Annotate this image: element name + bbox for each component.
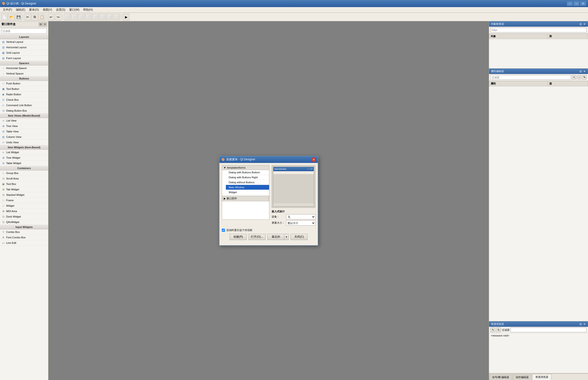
object-inspector-filter-input[interactable] bbox=[490, 28, 587, 32]
widget-item-radio-button[interactable]: ◉ Radio Button bbox=[0, 92, 48, 97]
property-editor-float-btn[interactable]: ⊟ bbox=[579, 70, 582, 73]
resource-browser-float-btn[interactable]: ⊟ bbox=[579, 323, 582, 326]
widget-item-tree-view[interactable]: ⊞ Tree View bbox=[0, 123, 48, 129]
menu-window[interactable]: 窗口(W) bbox=[67, 7, 81, 12]
template-list[interactable]: Dialog with Buttons Bottom Dialog with B… bbox=[222, 170, 269, 220]
template-item-widget[interactable]: Widget bbox=[226, 190, 269, 195]
resource-filter-input[interactable] bbox=[511, 327, 587, 332]
property-editor-close-btn[interactable]: ✕ bbox=[583, 70, 586, 73]
dock-widget-icon: ⊡ bbox=[1, 215, 5, 218]
widget-item-grid-layout[interactable]: ▦ Grid Layout bbox=[0, 50, 48, 56]
show-on-startup-checkbox[interactable] bbox=[222, 229, 225, 232]
widget-item-list-widget[interactable]: ≡ List Widget bbox=[0, 150, 48, 155]
widget-item-vertical-layout[interactable]: ▤ Vertical Layout bbox=[0, 39, 48, 45]
widget-item-push-button[interactable]: □ Push Button bbox=[0, 81, 48, 86]
widget-item-font-combo-box[interactable]: A Font Combo Box bbox=[0, 235, 48, 240]
tab-resource-browser[interactable]: 资源浏览器 bbox=[532, 374, 551, 380]
widget-item-vertical-spacer[interactable]: ↕ Vertical Spacer bbox=[0, 71, 48, 76]
open-button[interactable]: 打开(O)... bbox=[248, 234, 265, 240]
resource-refresh-btn[interactable]: ↻ bbox=[496, 327, 501, 332]
adjust-size-button[interactable]: ⬜ bbox=[100, 14, 106, 20]
undo-button[interactable]: ↩ bbox=[48, 14, 54, 20]
recent-button[interactable]: 最近的 bbox=[267, 234, 284, 240]
widget-item-scroll-area[interactable]: ⊡ Scroll Area bbox=[0, 176, 48, 181]
open-button[interactable]: 📂 bbox=[8, 14, 15, 20]
menu-edit[interactable]: 编辑(E) bbox=[14, 7, 27, 12]
layout-g-button[interactable]: ⬜ bbox=[78, 14, 85, 20]
widget-item-widget[interactable]: □ Widget bbox=[0, 203, 48, 209]
template-item-main-window[interactable]: Main Window bbox=[226, 185, 269, 190]
widget-item-horizontal-layout[interactable]: ▥ Horizontal Layout bbox=[0, 45, 48, 50]
minimize-button[interactable]: ─ bbox=[567, 1, 573, 6]
widget-item-line-edit[interactable]: ▭ Line Edit bbox=[0, 240, 48, 246]
widget-item-tree-widget[interactable]: ⊞ Tree Widget bbox=[0, 155, 48, 161]
paste-button[interactable]: 📋 bbox=[38, 14, 45, 20]
screen-size-select[interactable]: 默认大小 bbox=[286, 220, 315, 226]
widget-item-dock-widget[interactable]: ⊡ Dock Widget bbox=[0, 214, 48, 219]
resource-pencil-btn[interactable]: ✎ bbox=[490, 327, 495, 332]
embed-section: 嵌入式设计 设备： 无 屏幕大小： bbox=[272, 210, 315, 226]
menu-settings[interactable]: 设置(S) bbox=[54, 7, 67, 12]
widget-item-tool-button[interactable]: ▣ Tool Button bbox=[0, 86, 48, 92]
show-on-startup-label: 启动时显示这个对话框 bbox=[226, 228, 252, 232]
widget-item-form-layout[interactable]: ▤ Form Layout bbox=[0, 56, 48, 61]
widget-item-dialog-button-box[interactable]: ⊡ Dialog Button Box bbox=[0, 108, 48, 114]
property-add-btn[interactable]: + bbox=[572, 75, 576, 79]
device-select[interactable]: 无 bbox=[286, 214, 315, 219]
widget-item-check-box[interactable]: ☑ Check Box bbox=[0, 97, 48, 103]
widget-item-combo-box[interactable]: ▽ Combo Box bbox=[0, 229, 48, 235]
widget-item-frame[interactable]: □ Frame bbox=[0, 198, 48, 203]
widget-item-command-link-button[interactable]: ▷ Command Link Button bbox=[0, 103, 48, 108]
widget-item-table-view[interactable]: ⊟ Table View bbox=[0, 129, 48, 134]
property-edit-btn[interactable]: ✎ bbox=[582, 75, 587, 79]
widget-item-mdi-area[interactable]: ⊞ MDI Area bbox=[0, 209, 48, 214]
menu-form[interactable]: 窗体(O) bbox=[27, 7, 41, 12]
redo-button[interactable]: ↪ bbox=[55, 14, 61, 20]
template-item-dialog-bottom[interactable]: Dialog with Buttons Bottom bbox=[226, 170, 269, 175]
resource-root-item[interactable]: <resource root> bbox=[491, 334, 509, 337]
widget-item-tab-widget[interactable]: ⊞ Tab Widget bbox=[0, 187, 48, 192]
tab-action-editor[interactable]: 动作编辑器 bbox=[513, 374, 532, 380]
property-filter-input[interactable] bbox=[490, 75, 571, 80]
tab-order-button[interactable]: ⬜ bbox=[106, 14, 113, 20]
tab-signal-slot[interactable]: 信号/槽 编辑器 bbox=[489, 374, 512, 380]
widget-box-close-button[interactable]: ✕ bbox=[43, 22, 47, 26]
copy-button[interactable]: ⧉ bbox=[31, 14, 38, 20]
widget-item-qaxwidget[interactable]: ⊡ QAxWidget bbox=[0, 219, 48, 225]
menu-help[interactable]: 帮助(H) bbox=[81, 7, 95, 12]
widget-item-group-box[interactable]: □ Group Box bbox=[0, 171, 48, 176]
widget-item-stacked-widget[interactable]: ⊟ Stacked Widget bbox=[0, 192, 48, 198]
object-inspector-float-btn[interactable]: ⊟ bbox=[579, 22, 582, 26]
cut-button[interactable]: ✂ bbox=[24, 14, 31, 20]
menu-file[interactable]: 文件(F) bbox=[1, 7, 14, 12]
widget-item-column-view[interactable]: ▥ Column View bbox=[0, 134, 48, 140]
template-item-dialog-no-buttons[interactable]: Dialog without Buttons bbox=[226, 180, 269, 185]
widget-box-float-button[interactable]: ⊟ bbox=[39, 22, 43, 26]
widget-box-filter-input[interactable] bbox=[1, 28, 47, 34]
layout-h-button[interactable]: ⬜ bbox=[64, 14, 71, 20]
preview-button[interactable]: ▶ bbox=[123, 14, 129, 20]
maximize-button[interactable]: □ bbox=[573, 1, 579, 6]
save-button[interactable]: 💾 bbox=[15, 14, 22, 20]
widget-item-label: Font Combo Box bbox=[6, 236, 26, 239]
widget-item-undo-view[interactable]: ↩ Undo View bbox=[0, 140, 48, 145]
widget-item-tool-box[interactable]: ▣ Tool Box bbox=[0, 181, 48, 187]
buddy-button[interactable]: ⬜ bbox=[114, 14, 120, 20]
create-button[interactable]: 创建(R) bbox=[230, 234, 247, 240]
break-layout-button[interactable]: ⬜ bbox=[92, 14, 99, 20]
layout-f-button[interactable]: ⬜ bbox=[85, 14, 92, 20]
close-button[interactable]: ✕ bbox=[580, 1, 586, 6]
recent-dropdown-arrow[interactable]: ▼ bbox=[284, 234, 289, 240]
object-inspector-close-btn[interactable]: ✕ bbox=[583, 22, 586, 26]
property-remove-btn[interactable]: − bbox=[577, 75, 581, 79]
close-button-dialog[interactable]: 关闭(C) bbox=[291, 234, 308, 240]
template-item-dialog-right[interactable]: Dialog with Buttons Right bbox=[226, 175, 269, 180]
menu-view[interactable]: 视图(V) bbox=[41, 7, 54, 12]
widget-item-table-widget[interactable]: ⊟ Table Widget bbox=[0, 161, 48, 166]
new-button[interactable]: 📄 bbox=[1, 14, 8, 20]
widget-item-list-view[interactable]: ≡ List View bbox=[0, 118, 48, 123]
layout-v-button[interactable]: ⬜ bbox=[71, 14, 78, 20]
dialog-close-button[interactable]: ✕ bbox=[311, 157, 316, 162]
widget-item-horizontal-spacer[interactable]: ↔ Horizontal Spacer bbox=[0, 65, 48, 71]
resource-browser-close-btn[interactable]: ✕ bbox=[583, 323, 586, 326]
